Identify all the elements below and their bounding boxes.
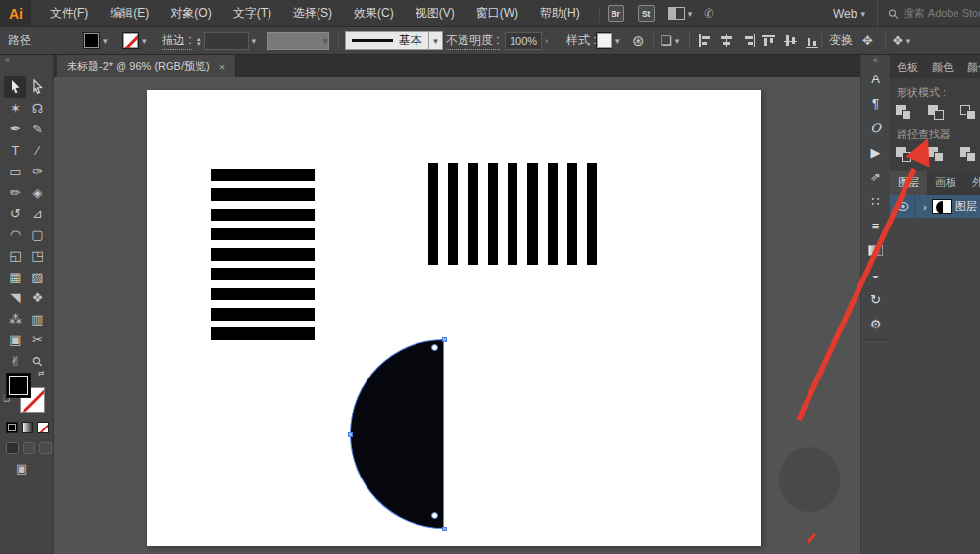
share-icon[interactable]: ✆ <box>704 6 714 21</box>
artboard-tool[interactable]: ▣ <box>4 329 26 351</box>
workspace-switcher[interactable]: Web <box>833 7 857 21</box>
panel-tab-颜色-1[interactable]: 颜色 <box>925 55 960 78</box>
layer-thumbnail[interactable] <box>932 199 952 214</box>
scale-tool[interactable]: ⊿ <box>26 203 49 225</box>
isolate-selection-icon[interactable]: ✥ <box>862 33 873 48</box>
screen-mode-button[interactable]: ▣ <box>16 461 27 476</box>
align-right-icon[interactable] <box>741 34 756 47</box>
shape-mode-minus-front-button[interactable] <box>927 104 947 121</box>
panel-tab-色板-0[interactable]: 色板 <box>890 55 925 78</box>
layer-visibility-toggle[interactable] <box>890 195 915 218</box>
align-center-h-icon[interactable] <box>719 34 734 47</box>
corner-widget-top[interactable] <box>431 344 438 351</box>
width-tool[interactable]: ◠ <box>4 225 26 246</box>
column-graph-tool[interactable]: ▥ <box>26 309 49 330</box>
document-setup-chevron-icon[interactable]: ▾ <box>675 36 680 46</box>
workspace-layout-icon[interactable] <box>668 7 685 20</box>
align-top-icon[interactable] <box>762 34 777 47</box>
shape-mode-unite-button[interactable] <box>895 104 914 121</box>
vertical-stripes-shape[interactable] <box>428 163 597 265</box>
transform-panel-icon[interactable]: ∷ <box>863 189 889 214</box>
align-bottom-icon[interactable] <box>806 34 820 47</box>
mesh-tool[interactable]: ▦ <box>4 267 26 288</box>
draw-normal-button[interactable] <box>6 442 19 454</box>
selection-tool[interactable] <box>4 76 26 98</box>
pathfinder-merge-button[interactable] <box>959 146 979 163</box>
pen-tool[interactable]: ✒ <box>4 119 26 140</box>
anchor-point-top[interactable] <box>442 337 447 342</box>
gradient-panel-icon[interactable] <box>863 238 889 263</box>
stroke-style-dropdown[interactable]: 基本 <box>345 31 429 50</box>
stroke-chevron-icon[interactable]: ▾ <box>142 36 147 46</box>
color-mode-button[interactable] <box>6 422 18 433</box>
draw-behind-button[interactable] <box>23 442 35 454</box>
menu-item-6[interactable]: 视图(V) <box>405 0 466 26</box>
eraser-tool[interactable]: ◈ <box>26 182 49 204</box>
direct-selection-tool[interactable] <box>26 76 49 98</box>
brush-definition-dropdown[interactable]: ▾ <box>267 32 329 50</box>
stroke-weight-label[interactable]: 描边 : <box>162 32 192 50</box>
align-panel-icon[interactable]: ≡ <box>863 214 889 238</box>
anchor-point-bottom[interactable] <box>442 527 447 531</box>
fill-chevron-icon[interactable]: ▾ <box>103 36 108 46</box>
anchor-point-left[interactable] <box>348 432 353 437</box>
curvature-tool[interactable]: ✎ <box>26 119 49 140</box>
tab-close-icon[interactable]: × <box>220 61 225 73</box>
layer-name[interactable]: 图层 <box>956 199 977 214</box>
perspective-grid-tool[interactable]: ◳ <box>26 245 49 267</box>
select-similar-chevron-icon[interactable]: ▾ <box>906 36 911 46</box>
fill-stroke-indicator[interactable]: ⇄ ❏ <box>6 373 49 418</box>
graphic-styles-panel-icon[interactable]: ⚙ <box>863 312 889 336</box>
type-tool[interactable]: T <box>4 140 26 162</box>
dock-collapse-icon[interactable]: « <box>861 55 890 67</box>
menu-item-4[interactable]: 选择(S) <box>282 0 343 26</box>
document-setup-icon[interactable]: ❏ <box>661 33 672 48</box>
rotate-tool[interactable]: ↺ <box>4 203 26 225</box>
opacity-label[interactable]: 不透明度 : <box>446 32 500 50</box>
panel-tab-颜色-2[interactable]: 颜色 <box>960 55 980 78</box>
fill-proxy[interactable] <box>6 373 31 398</box>
align-center-v-icon[interactable] <box>784 34 799 47</box>
document-tab[interactable]: 未标题-2* @ 96% (RGB/预览) × <box>57 55 236 77</box>
shaper-tool[interactable]: ✏ <box>4 182 26 204</box>
layers-tab-画板[interactable]: 画板 <box>927 171 964 195</box>
eyedropper-tool[interactable]: ◥ <box>4 287 26 309</box>
character-panel-icon[interactable]: A <box>863 67 889 91</box>
menu-item-1[interactable]: 编辑(E) <box>99 0 160 26</box>
stroke-color-swatch[interactable] <box>122 32 139 49</box>
opacity-value[interactable]: 100% <box>505 32 542 50</box>
toolbar-collapse-icon[interactable]: « <box>0 55 53 69</box>
stock-search-input[interactable]: 搜索 Adobe Stock <box>877 0 980 27</box>
stock-button[interactable]: St <box>638 5 655 22</box>
transparency-panel-icon[interactable]: ◒ <box>863 263 889 287</box>
style-swatch[interactable] <box>596 32 612 49</box>
workspace-chevron-icon[interactable]: ▾ <box>860 9 865 19</box>
bridge-button[interactable]: Br <box>608 5 624 22</box>
pathfinder-trim-button[interactable] <box>927 146 947 163</box>
blend-tool[interactable]: ❖ <box>26 287 49 309</box>
menu-item-3[interactable]: 文字(T) <box>222 0 282 26</box>
pathfinder-divide-button[interactable] <box>895 146 914 163</box>
menu-item-7[interactable]: 窗口(W) <box>466 0 529 26</box>
menu-item-8[interactable]: 帮助(H) <box>529 0 591 26</box>
select-similar-icon[interactable]: ❖ <box>892 33 904 48</box>
magic-wand-tool[interactable]: ✶ <box>4 98 26 120</box>
symbol-sprayer-tool[interactable]: ⁂ <box>4 309 26 330</box>
stroke-weight-value[interactable] <box>204 32 249 50</box>
align-left-icon[interactable] <box>698 34 712 47</box>
chevron-down-icon[interactable]: ▾ <box>688 9 693 19</box>
stroke-weight-stepper[interactable]: ▴▾ <box>197 36 201 46</box>
layers-tab-图层[interactable]: 图层 <box>890 171 927 195</box>
draw-inside-button[interactable] <box>39 442 52 454</box>
actions-panel-icon[interactable]: ▶ <box>863 140 889 165</box>
layers-tab-外观[interactable]: 外观 <box>964 171 980 195</box>
swap-fill-stroke-icon[interactable]: ⇄ <box>38 369 45 378</box>
opentype-panel-icon[interactable]: O <box>863 116 889 140</box>
line-segment-tool[interactable]: ∕ <box>26 140 49 162</box>
symbols-panel-icon[interactable]: ↻ <box>863 287 889 312</box>
stroke-weight-chevron-icon[interactable]: ▾ <box>252 36 257 46</box>
menu-item-5[interactable]: 效果(C) <box>343 0 405 26</box>
layer-expand-icon[interactable]: › <box>915 201 932 213</box>
menu-item-2[interactable]: 对象(O) <box>160 0 221 26</box>
style-chevron-icon[interactable]: ▾ <box>615 36 620 46</box>
